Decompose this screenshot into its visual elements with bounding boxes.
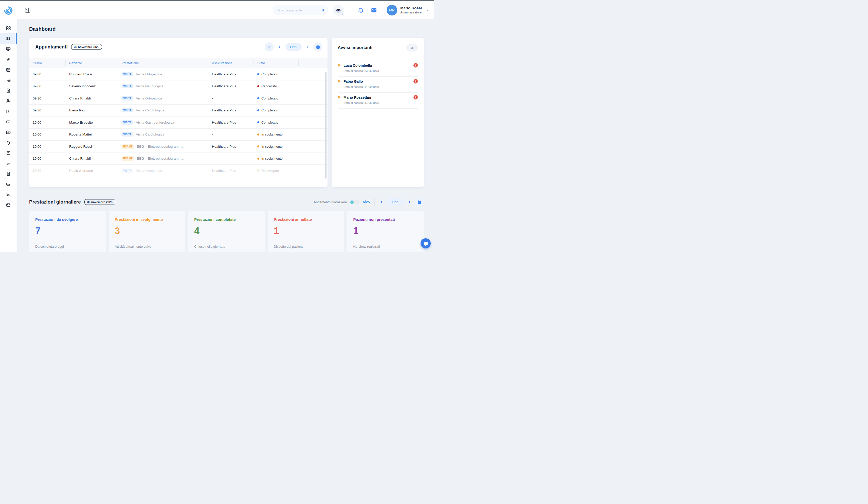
filter-button[interactable] xyxy=(265,42,274,51)
row-menu-button[interactable]: ⋮ xyxy=(310,107,317,113)
previous-day-button[interactable] xyxy=(277,45,282,49)
user-name: Mario Rossi xyxy=(400,6,422,11)
sidebar-item-folders[interactable] xyxy=(0,127,17,137)
appointment-row[interactable]: 10:00 Chiara Rinaldi ESAME EEG – Elettro… xyxy=(29,153,328,165)
sidebar-item-receipts[interactable] xyxy=(0,169,17,179)
sidebar-nav xyxy=(0,23,17,210)
appointment-row[interactable]: 09:30 Elena Ricci VISITA Visita Cardiolo… xyxy=(29,104,328,117)
alert-warning-badge[interactable]: ! xyxy=(413,95,418,100)
today-button[interactable]: Oggi xyxy=(286,43,302,51)
alert-item[interactable]: Luca Colombella ! Data di nascita: 23/05… xyxy=(338,61,418,77)
modules-icon xyxy=(6,36,11,41)
column-header-actions xyxy=(299,60,328,66)
appointment-row[interactable]: 10:00 Paolo Giordano VISITA Visita Ortop… xyxy=(29,165,328,177)
appointment-service: EEG – Elettroencefalogramma xyxy=(137,157,183,160)
next-day-button[interactable] xyxy=(305,45,310,49)
search-input[interactable] xyxy=(277,8,321,12)
appointment-row[interactable]: 09:30 Chiara Rinaldi VISITA Visita Ortop… xyxy=(29,92,328,104)
sidebar-item-monitor[interactable] xyxy=(0,44,17,54)
sidebar-item-notes[interactable] xyxy=(0,148,17,158)
status-dot xyxy=(257,121,259,123)
sidebar-item-dashboard[interactable] xyxy=(0,23,17,33)
appointment-time: 09:00 xyxy=(29,84,66,88)
daily-stat-card[interactable]: Prestazioni in svolgimento 3 Attività at… xyxy=(109,211,186,252)
daily-today-button[interactable]: Oggi xyxy=(388,198,404,206)
top-bar: MR Mario Rossi Amministratore xyxy=(17,1,434,19)
search-icon[interactable] xyxy=(321,8,325,12)
appointment-row[interactable]: 10:00 Roberta Mattei VISITA Visita Cardi… xyxy=(29,129,328,141)
daily-trend-toggle[interactable] xyxy=(350,200,360,204)
sidebar-item-new-document[interactable] xyxy=(0,85,17,96)
daily-stat-card[interactable]: Prestazioni da svolgere 7 Da completare … xyxy=(29,211,106,252)
sidebar-item-mail[interactable] xyxy=(0,200,17,210)
status-dot xyxy=(257,133,259,135)
appointment-time: 10:00 xyxy=(29,132,66,136)
row-menu-button[interactable]: ⋮ xyxy=(310,155,317,161)
appointment-insurance: - xyxy=(208,157,254,160)
row-menu-button[interactable]: ⋮ xyxy=(310,144,317,150)
sidebar-item-hospital[interactable] xyxy=(0,106,17,117)
status-label: Completato xyxy=(261,72,278,76)
daily-stat-card[interactable]: Pazienti non presentati 1 No-show regist… xyxy=(347,211,424,252)
user-menu[interactable]: Mario Rossi Amministratore xyxy=(400,6,422,14)
appointment-type-badge: ESAME xyxy=(122,156,134,161)
sidebar-item-new-patient[interactable] xyxy=(0,96,17,106)
alerts-settings-button[interactable] xyxy=(406,44,418,51)
appointment-type-badge: ESAME xyxy=(122,144,134,149)
tray-icon xyxy=(6,119,11,124)
chat-fab-button[interactable] xyxy=(421,238,431,249)
heart-pulse-icon xyxy=(6,57,11,62)
daily-stat-card[interactable]: Prestazioni annullate 1 Disdette dai paz… xyxy=(268,211,344,252)
appointments-title: Appuntamenti xyxy=(35,44,68,50)
alert-birthdate: Data di nascita: 14/09/1969 xyxy=(343,85,418,88)
appointment-row[interactable]: 10:00 Marco Esposito VISITA Visita Gastr… xyxy=(29,117,328,129)
sidebar-item-messages[interactable] xyxy=(0,189,17,200)
important-alerts-card: Avvisi importanti Luca Colombella ! Data… xyxy=(332,38,424,187)
sidebar-item-payments[interactable] xyxy=(0,179,17,189)
sidebar-item-health[interactable] xyxy=(0,54,17,64)
user-avatar[interactable]: MR xyxy=(386,5,397,16)
row-menu-button[interactable]: ⋮ xyxy=(310,71,317,77)
sidebar-item-modules[interactable] xyxy=(0,33,17,44)
sidebar-collapse-button[interactable] xyxy=(24,7,31,13)
row-menu-button[interactable]: ⋮ xyxy=(310,83,317,89)
mail-icon[interactable] xyxy=(371,7,377,13)
note-icon xyxy=(6,151,11,155)
sidebar-item-clinical[interactable] xyxy=(0,75,17,85)
sidebar-item-calendar[interactable] xyxy=(0,64,17,75)
daily-stat-card[interactable]: Prestazioni completate 4 Chiuse nella gi… xyxy=(188,211,265,252)
stethoscope-icon xyxy=(6,78,11,83)
appointment-row[interactable]: 09:00 Ruggero Rossi VISITA Visita Ortope… xyxy=(29,68,328,80)
credit-card-icon xyxy=(6,182,11,187)
app-logo[interactable] xyxy=(0,1,17,19)
ai-assistant-button[interactable] xyxy=(333,4,344,16)
row-menu-button[interactable]: ⋮ xyxy=(310,120,317,125)
alert-warning-badge[interactable]: ! xyxy=(413,79,418,83)
calendar-picker-button[interactable] xyxy=(313,42,322,51)
alert-patient-name: Luca Colombella xyxy=(343,63,372,68)
chevron-down-icon[interactable] xyxy=(425,8,429,12)
sidebar-item-statistics[interactable] xyxy=(0,158,17,169)
appointment-service: Visita Gastroenterologica xyxy=(136,121,174,124)
patient-search[interactable] xyxy=(272,5,328,15)
row-menu-button[interactable]: ⋮ xyxy=(310,95,317,101)
robot-icon xyxy=(335,8,341,12)
alert-warning-badge[interactable]: ! xyxy=(413,63,418,68)
row-menu-button[interactable]: ⋮ xyxy=(310,168,317,174)
alert-item[interactable]: Mario Rossettini ! Data di nascita: 31/0… xyxy=(338,93,418,109)
daily-previous-day-button[interactable] xyxy=(380,200,384,204)
daily-next-day-button[interactable] xyxy=(407,200,411,204)
sidebar-item-archive[interactable] xyxy=(0,117,17,127)
grid-icon xyxy=(6,26,11,31)
alert-item[interactable]: Fabio Gallo ! Data di nascita: 14/09/196… xyxy=(338,77,418,93)
appointment-patient: Paolo Giordano xyxy=(66,169,118,173)
calendar-icon xyxy=(316,45,320,49)
appointment-row[interactable]: 10:00 Ruggero Rossi ESAME EEG – Elettroe… xyxy=(29,141,328,153)
daily-calendar-picker-button[interactable] xyxy=(415,198,424,206)
row-menu-button[interactable]: ⋮ xyxy=(310,131,317,137)
sidebar-item-notifications[interactable] xyxy=(0,137,17,148)
status-dot xyxy=(257,85,259,87)
table-scrollbar[interactable] xyxy=(325,72,327,179)
notifications-bell-icon[interactable] xyxy=(358,7,364,13)
appointment-row[interactable]: 09:00 Saverio Innocenzi VISITA Visita Ne… xyxy=(29,80,328,93)
